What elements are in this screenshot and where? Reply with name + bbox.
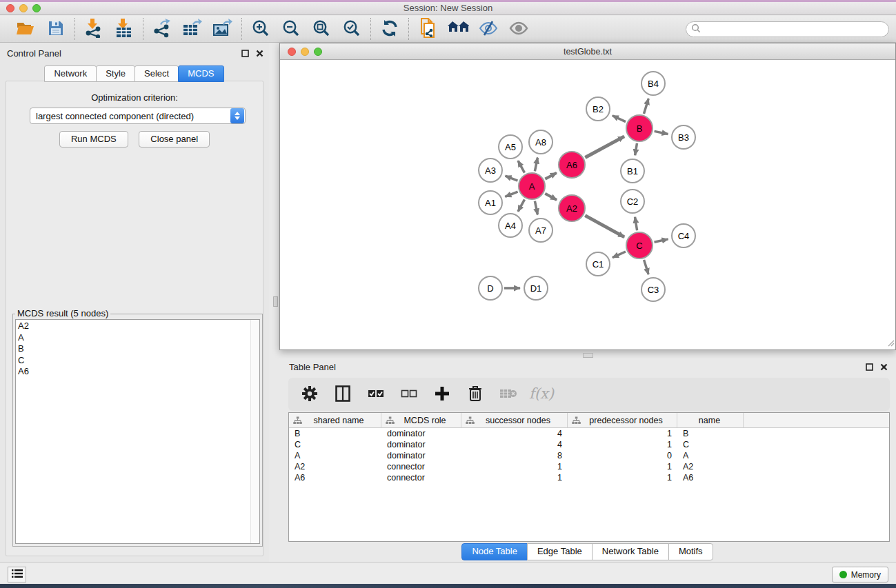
table-cell[interactable]: B [289, 429, 381, 438]
column-header-successor-nodes[interactable]: successor nodes [461, 413, 568, 427]
edge-A-A2[interactable] [545, 194, 557, 200]
table-cell[interactable]: 4 [461, 440, 568, 449]
zoom-out-button[interactable] [281, 19, 301, 39]
node-B3[interactable]: B3 [672, 125, 695, 149]
table-tab-network-table[interactable]: Network Table [592, 543, 669, 560]
hide-graphics-details-button[interactable] [478, 19, 499, 39]
control-tab-network[interactable]: Network [44, 65, 97, 82]
node-C2[interactable]: C2 [621, 190, 644, 213]
node-A2[interactable]: A2 [559, 195, 585, 221]
table-cell[interactable]: 1 [568, 440, 677, 449]
table-cell[interactable]: A2 [677, 462, 744, 472]
close-panel-icon[interactable] [256, 49, 263, 59]
export-network-button[interactable] [152, 19, 172, 39]
node-B4[interactable]: B4 [641, 72, 665, 95]
criterion-dropdown[interactable]: largest connected component (directed) [30, 108, 246, 124]
table-cell[interactable]: A6 [677, 473, 744, 483]
table-row[interactable]: Adominator80A [289, 450, 889, 461]
table-cell[interactable]: dominator [381, 440, 461, 449]
table-cell[interactable]: A [289, 451, 381, 460]
table-cell[interactable]: B [677, 429, 744, 438]
export-image-button[interactable] [212, 19, 233, 39]
refresh-button[interactable] [379, 19, 400, 39]
show-column-button[interactable] [334, 385, 352, 403]
table-cell[interactable]: 0 [568, 451, 677, 460]
select-all-button[interactable] [367, 385, 385, 403]
delete-table-button[interactable] [499, 385, 517, 403]
search-input[interactable] [704, 23, 888, 36]
node-A5[interactable]: A5 [499, 135, 522, 159]
network-canvas[interactable]: B4B2BB3A5A8A6B1A3AC2A1A2A4A7C4CC1C3DD1 [280, 61, 895, 349]
edge-B-B4[interactable] [644, 99, 648, 114]
network-window-title-bar[interactable]: testGlobe.txt [280, 43, 895, 60]
deselect-all-button[interactable] [400, 385, 418, 403]
edge-B-B2[interactable] [613, 116, 626, 122]
edge-B-B1[interactable] [635, 143, 637, 156]
table-cell[interactable]: C [289, 440, 381, 449]
node-B[interactable]: B [626, 115, 653, 141]
table-cell[interactable]: 1 [461, 462, 568, 472]
table-cell[interactable]: 1 [568, 473, 677, 483]
delete-row-button[interactable] [466, 385, 484, 403]
node-A7[interactable]: A7 [529, 219, 552, 242]
mcds-result-item[interactable]: A [18, 332, 250, 344]
control-tab-mcds[interactable]: MCDS [178, 65, 223, 82]
window-resize-grip[interactable] [886, 338, 895, 349]
add-row-button[interactable] [433, 385, 451, 403]
table-cell[interactable]: connector [381, 473, 461, 483]
mcds-result-item[interactable]: C [18, 355, 250, 367]
edge-A2-C[interactable] [585, 216, 624, 237]
home-button[interactable] [448, 19, 468, 39]
control-tab-style[interactable]: Style [96, 65, 135, 82]
export-table-button[interactable] [182, 19, 203, 39]
column-header-shared-name[interactable]: shared name [289, 413, 381, 427]
function-builder-button[interactable]: f(x) [532, 385, 550, 403]
table-row[interactable]: Bdominator41B [289, 428, 889, 439]
table-cell[interactable]: 1 [461, 473, 568, 483]
close-panel-icon[interactable] [880, 363, 888, 373]
task-history-button[interactable] [8, 567, 26, 582]
column-header-name[interactable]: name [677, 413, 744, 427]
table-cell[interactable]: A2 [289, 462, 381, 472]
node-B2[interactable]: B2 [586, 97, 610, 121]
edge-C-C3[interactable] [644, 260, 649, 274]
node-A[interactable]: A [519, 173, 545, 199]
node-table[interactable]: shared nameMCDS rolesuccessor nodesprede… [288, 412, 890, 542]
node-A3[interactable]: A3 [479, 159, 502, 182]
node-A1[interactable]: A1 [479, 191, 502, 214]
run-mcds-button[interactable]: Run MCDS [59, 131, 128, 148]
edge-C-C2[interactable] [635, 217, 637, 231]
vertical-split-handle[interactable] [273, 296, 278, 307]
node-B1[interactable]: B1 [621, 159, 644, 183]
edge-A-A4[interactable] [518, 199, 525, 211]
table-cell[interactable]: 1 [568, 462, 677, 472]
node-C3[interactable]: C3 [641, 278, 665, 301]
mcds-result-item[interactable]: B [18, 343, 250, 355]
node-A6[interactable]: A6 [559, 152, 585, 178]
network-graph[interactable]: B4B2BB3A5A8A6B1A3AC2A1A2A4A7C4CC1C3DD1 [280, 61, 895, 350]
table-cell[interactable]: dominator [381, 451, 461, 460]
control-tab-select[interactable]: Select [135, 65, 179, 82]
table-tab-node-table[interactable]: Node Table [461, 543, 528, 560]
zoom-selected-button[interactable] [341, 19, 362, 39]
mcds-result-item[interactable]: A2 [18, 321, 250, 332]
toolbar-search-box[interactable] [686, 21, 889, 37]
table-settings-button[interactable] [301, 385, 319, 403]
table-tab-motifs[interactable]: Motifs [668, 543, 713, 560]
mcds-result-item[interactable]: A6 [18, 366, 250, 378]
edge-A-A7[interactable] [535, 201, 537, 215]
column-header-MCDS-role[interactable]: MCDS role [381, 413, 461, 427]
node-C[interactable]: C [626, 232, 653, 258]
zoom-in-button[interactable] [250, 19, 271, 39]
open-session-button[interactable] [15, 19, 36, 39]
edge-A-A6[interactable] [545, 173, 557, 179]
table-cell[interactable]: 4 [461, 429, 568, 438]
table-cell[interactable]: C [677, 440, 744, 449]
table-row[interactable]: Cdominator41C [289, 439, 889, 450]
table-cell[interactable]: A6 [289, 473, 381, 483]
import-network-button[interactable] [83, 19, 104, 39]
table-cell[interactable]: dominator [381, 429, 461, 438]
column-header-predecessor-nodes[interactable]: predecessor nodes [568, 413, 677, 427]
zoom-fit-button[interactable] [311, 19, 332, 39]
table-row[interactable]: A2connector11A2 [289, 461, 889, 472]
